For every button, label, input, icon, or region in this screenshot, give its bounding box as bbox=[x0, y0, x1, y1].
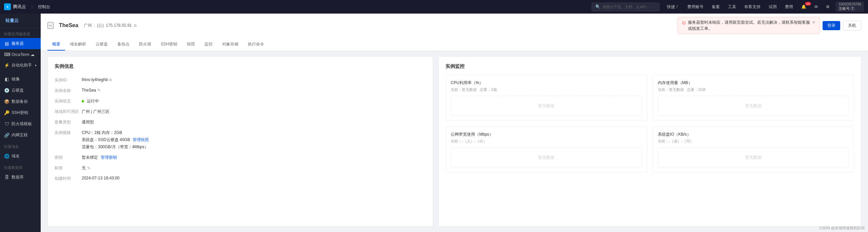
sidebar-section-db-title: 轻量数据库 bbox=[0, 162, 41, 172]
notification-btn[interactable]: 🔔 15 bbox=[799, 4, 808, 10]
main-layout: 轻量云 轻量应用服务器 ▤ 服务器 ⌨ OrcaTerm ☁ ⚡ 自动化助手 ▾… bbox=[0, 14, 868, 232]
sidebar-item-server[interactable]: ▤ 服务器 bbox=[0, 38, 41, 49]
monitor-memory-subtitle: 当前：暂无数据 总量：2GB bbox=[658, 87, 849, 92]
monitor-cpu-title: CPU利用率（%） bbox=[451, 80, 642, 86]
vpn-icon: 🔗 bbox=[4, 133, 9, 138]
instance-id-copy-icon[interactable]: ⧉ bbox=[109, 78, 112, 82]
page-tabs: 概要 域名解析 云硬盘 备份点 防火墙 SSH密钥 快照 监控 对象存储 执行命… bbox=[47, 39, 861, 51]
settings-icon[interactable]: ⚙ bbox=[824, 4, 832, 10]
nav-actions: 快捷！ 费用账号 备案 工具 有客支持 试用 费用 🔔 15 ✉ ⚙ 10002… bbox=[665, 2, 864, 12]
notification-badge: 15 bbox=[805, 2, 811, 5]
logo[interactable]: ✦ 腾讯云 bbox=[4, 3, 26, 10]
login-button[interactable]: 登录 bbox=[823, 21, 840, 30]
tab-dns[interactable]: 域名解析 bbox=[65, 39, 91, 51]
monitor-diskio-subtitle: 当前：-（读）-（写） bbox=[658, 139, 849, 144]
tab-firewall[interactable]: 防火墙 bbox=[134, 39, 156, 51]
domain-icon: 🌐 bbox=[4, 154, 9, 159]
message-btn[interactable]: ✉ bbox=[812, 4, 820, 10]
spec-disk-text: 系统盘：SSD云硬盘 40GB bbox=[82, 137, 130, 142]
instance-name-text: TheSea bbox=[82, 88, 96, 93]
ip-copy-icon[interactable]: ⧉ bbox=[134, 23, 137, 28]
monitor-memory: 内存使用量（MB） 当前：暂无数据 总量：2GB 暂无数据 bbox=[653, 75, 854, 121]
sidebar-label-image: 镜像 bbox=[12, 76, 20, 82]
info-row-spec: 实例规格 CPU：2核 内存：2GB 系统盘：SSD云硬盘 40GB 管理快照 … bbox=[55, 128, 426, 152]
alert-text: 服务器暂时未响应，请用新页面尝试。若无法解决，请联系智能客服或线发工单。 bbox=[688, 19, 810, 32]
sidebar-item-vpn[interactable]: 🔗 内网互联 bbox=[0, 130, 41, 141]
support-btn[interactable]: 有客支持 bbox=[742, 3, 763, 11]
monitor-diskio-title: 系统盘IO（KB/s） bbox=[658, 132, 849, 137]
page-header: ← TheSea 广州 | (公) 175.178.55.91 ⧉ ⊙ 服务器暂… bbox=[41, 14, 868, 51]
tools-btn[interactable]: 工具 bbox=[726, 3, 738, 11]
sidebar-item-firewall[interactable]: 🛡 防火墙模板 bbox=[0, 118, 41, 130]
ip-address: 175.178.55.91 bbox=[106, 23, 132, 28]
alert-close-icon[interactable]: ✕ bbox=[812, 19, 815, 25]
trial-btn[interactable]: 试用 bbox=[767, 3, 779, 11]
instance-name-edit-icon[interactable]: ✎ bbox=[97, 88, 101, 93]
top-navigation: ✦ 腾讯云 | 控制台 🔍 搜索云产品、文档、云API... 快捷！ 费用账号 … bbox=[0, 0, 868, 14]
monitor-memory-no-data: 暂无数据 bbox=[658, 96, 849, 116]
monitor-diskio-current: 当前：-（读）-（写） bbox=[658, 139, 694, 143]
backup-icon: 📦 bbox=[4, 99, 9, 104]
tab-monitor[interactable]: 监控 bbox=[200, 39, 217, 51]
manage-key-link[interactable]: 管理密钥 bbox=[101, 155, 117, 160]
icp-btn[interactable]: 备案 bbox=[710, 3, 722, 11]
info-row-region: 地域和可用区 广州 | 广州三区 bbox=[55, 107, 426, 117]
sidebar-label-orca: OrcaTerm ☁ bbox=[12, 52, 35, 57]
monitor-cpu-total: 总量：2核 bbox=[480, 88, 497, 92]
user-info[interactable]: 100029576786 主账号 ① bbox=[836, 2, 864, 12]
sidebar-item-database[interactable]: 🗄 数据库 bbox=[0, 172, 41, 183]
image-icon: ◧ bbox=[4, 77, 9, 82]
search-placeholder: 搜索云产品、文档、云API... bbox=[603, 4, 649, 9]
label-tag: 标签 bbox=[55, 165, 82, 171]
cost-btn[interactable]: 费用 bbox=[783, 3, 795, 11]
spec-line-2: 系统盘：SSD云硬盘 40GB 管理快照 bbox=[82, 137, 149, 143]
sidebar-item-backup[interactable]: 📦 数据备份 bbox=[0, 96, 41, 107]
sidebar-item-disk[interactable]: 💿 云硬盘 bbox=[0, 85, 41, 96]
monitor-memory-total: 总量：2GB bbox=[687, 88, 706, 92]
logo-icon: ✦ bbox=[4, 3, 11, 10]
tab-disk[interactable]: 云硬盘 bbox=[91, 39, 113, 51]
back-button[interactable]: ← bbox=[47, 22, 54, 29]
monitor-bandwidth-no-data: 暂无数据 bbox=[451, 147, 642, 168]
tab-backup[interactable]: 备份点 bbox=[113, 39, 134, 51]
value-created: 2024-07-13 18:43:00 bbox=[82, 176, 426, 180]
status-dot-running bbox=[82, 100, 84, 102]
tag-text: 无 bbox=[82, 165, 86, 171]
search-bar[interactable]: 🔍 搜索云产品、文档、云API... bbox=[592, 3, 659, 11]
tab-snapshot[interactable]: 快照 bbox=[182, 39, 200, 51]
manage-snapshot-link[interactable]: 管理快照 bbox=[133, 137, 149, 142]
page-header-actions: ⊙ 服务器暂时未响应，请用新页面尝试。若无法解决，请联系智能客服或线发工单。 ✕… bbox=[677, 17, 861, 34]
info-row-id: 实例ID lhins-ly4heghb ⧉ bbox=[55, 75, 426, 85]
value-instance-status: 运行中 bbox=[82, 98, 426, 104]
sidebar-label-ssh: SSH密钥 bbox=[12, 110, 28, 116]
page-meta: 广州 | (公) 175.178.55.91 ⧉ bbox=[84, 23, 137, 28]
sidebar-item-ssh[interactable]: 🔑 SSH密钥 bbox=[0, 107, 41, 118]
sidebar-label-disk: 云硬盘 bbox=[12, 88, 24, 93]
tab-overview[interactable]: 概要 bbox=[47, 39, 65, 51]
sidebar-item-automation[interactable]: ⚡ 自动化助手 ▾ bbox=[0, 60, 41, 71]
monitor-bandwidth-subtitle: 当前：-（入）-（出） bbox=[451, 139, 642, 144]
monitor-memory-title: 内存使用量（MB） bbox=[658, 80, 849, 86]
tab-ssh[interactable]: SSH密钥 bbox=[156, 39, 182, 51]
monitor-grid: CPU利用率（%） 当前：暂无数据 总量：2核 暂无数据 内存使用量（MB） 当… bbox=[446, 75, 854, 173]
sidebar-item-domain[interactable]: 🌐 域名 bbox=[0, 151, 41, 162]
label-instance-id: 实例ID bbox=[55, 77, 82, 83]
monitor-cpu-no-data: 暂无数据 bbox=[451, 96, 642, 116]
logo-text: 腾讯云 bbox=[13, 4, 26, 10]
tab-cos[interactable]: 对象存储 bbox=[217, 39, 243, 51]
tab-cmd[interactable]: 执行命令 bbox=[243, 39, 269, 51]
value-instance-name: TheSea ✎ bbox=[82, 88, 426, 93]
label-instance-name: 实例名称 bbox=[55, 88, 82, 94]
sidebar-item-orca[interactable]: ⌨ OrcaTerm ☁ bbox=[0, 49, 41, 60]
sidebar-item-image[interactable]: ◧ 镜像 bbox=[0, 74, 41, 85]
shortcut-btn[interactable]: 快捷！ bbox=[665, 3, 681, 11]
sidebar-label-domain: 域名 bbox=[12, 153, 20, 159]
tag-edit-icon[interactable]: ✎ bbox=[87, 166, 91, 171]
control-label[interactable]: 控制台 bbox=[38, 4, 50, 10]
sidebar: 轻量云 轻量应用服务器 ▤ 服务器 ⌨ OrcaTerm ☁ ⚡ 自动化助手 ▾… bbox=[0, 14, 41, 232]
shutdown-button[interactable]: 关机 bbox=[843, 21, 861, 31]
value-region: 广州 | 广州三区 bbox=[82, 109, 426, 115]
info-row-key: 密钥 暂未绑定 管理密钥 bbox=[55, 152, 426, 163]
page-title: TheSea bbox=[59, 22, 78, 28]
billing-btn[interactable]: 费用账号 bbox=[685, 3, 706, 11]
